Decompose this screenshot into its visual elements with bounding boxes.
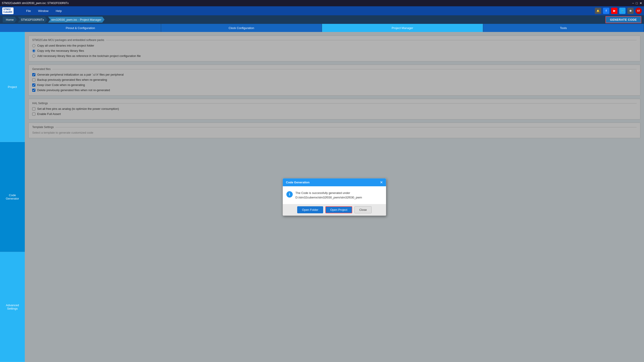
menu-file[interactable]: File: [22, 8, 34, 14]
modal-header: Code Generation ✕: [283, 179, 386, 186]
app-logo: STM32 CubeMX: [2, 7, 14, 14]
st-logo[interactable]: ST: [636, 8, 642, 14]
dialog-close-button[interactable]: Close: [354, 206, 371, 213]
open-folder-button[interactable]: Open Folder: [297, 206, 323, 213]
sidebar-item-code-generator[interactable]: Code Generator: [0, 142, 25, 252]
tab-tools[interactable]: Tools: [483, 24, 644, 32]
modal-body: i The Code is successfully generated und…: [283, 186, 386, 204]
generate-code-button[interactable]: GENERATE CODE: [606, 16, 641, 23]
breadcrumb-bar: Home STM32F030R8Tx stm32f030_pwm.ioc - P…: [0, 15, 644, 24]
modal-footer: Open Folder Open Project Close: [283, 204, 386, 215]
content-area: STM32Cube MCU packages and embedded soft…: [25, 32, 644, 362]
modal-message: The Code is successfully generated under…: [296, 191, 382, 199]
tab-bar: Pinout & Configuration Clock Configurati…: [0, 24, 644, 32]
breadcrumb-project[interactable]: stm32f030_pwm.ioc - Project Manager: [48, 17, 104, 23]
facebook-icon[interactable]: f: [603, 8, 609, 14]
close-button[interactable]: ✕: [640, 1, 642, 5]
breadcrumb-device[interactable]: STM32F030R8Tx: [18, 17, 47, 23]
modal-overlay: Code Generation ✕ i The Code is successf…: [25, 32, 644, 362]
title-bar: STM32CubeMX stm32f030_pwm.ioc: STM32F030…: [0, 0, 644, 6]
code-generation-dialog: Code Generation ✕ i The Code is successf…: [282, 178, 386, 216]
title-bar-title: STM32CubeMX stm32f030_pwm.ioc: STM32F030…: [2, 1, 69, 5]
sidebar-item-project[interactable]: Project: [0, 32, 25, 142]
app-title: STM32CubeMX stm32f030_pwm.ioc: STM32F030…: [2, 1, 69, 5]
youtube-icon[interactable]: ▶: [611, 8, 618, 14]
modal-title: Code Generation: [286, 181, 310, 184]
maximize-button[interactable]: □: [636, 1, 638, 5]
menu-window[interactable]: Window: [34, 8, 52, 14]
tab-project-manager[interactable]: Project Manager: [322, 24, 483, 32]
main-layout: Project Code Generator Advanced Settings…: [0, 32, 644, 362]
modal-info-icon: i: [286, 191, 293, 197]
tab-clock[interactable]: Clock Configuration: [161, 24, 322, 32]
sidebar-item-advanced-settings[interactable]: Advanced Settings: [0, 252, 25, 362]
network-icon[interactable]: ⊕: [627, 8, 634, 14]
minimize-button[interactable]: −: [632, 1, 634, 5]
sidebar: Project Code Generator Advanced Settings: [0, 32, 25, 362]
logo-box: STM32 CubeMX: [2, 7, 14, 14]
modal-close-button[interactable]: ✕: [380, 180, 383, 184]
notification-icon[interactable]: 🔔: [595, 8, 601, 14]
menu-bar: STM32 CubeMX File Window Help 🔔 f ▶ 🐦 ⊕ …: [0, 6, 644, 15]
menu-help[interactable]: Help: [52, 8, 65, 14]
tab-pinout[interactable]: Pinout & Configuration: [0, 24, 161, 32]
open-project-button[interactable]: Open Project: [326, 206, 352, 213]
breadcrumb-home[interactable]: Home: [3, 17, 17, 23]
menu-bar-right: 🔔 f ▶ 🐦 ⊕ ST: [595, 8, 642, 14]
twitter-icon[interactable]: 🐦: [619, 8, 626, 14]
title-bar-controls: − □ ✕: [632, 1, 642, 5]
